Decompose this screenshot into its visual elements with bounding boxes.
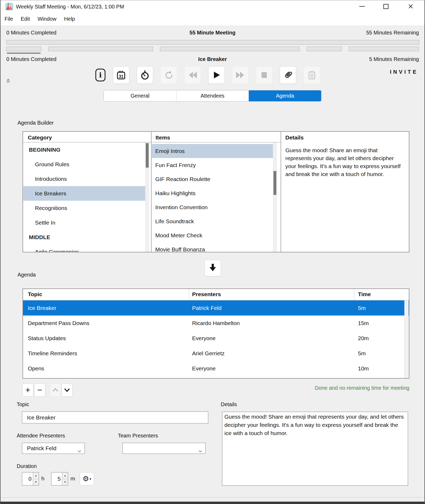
calendar-button[interactable]: 31: [113, 66, 129, 84]
table-cell: 10m: [358, 361, 369, 376]
attendee-presenters-label: Attendee Presenters: [17, 433, 65, 439]
category-scrollbar-thumb[interactable]: [146, 143, 149, 168]
menu-file[interactable]: File: [5, 16, 13, 22]
move-row-up-button[interactable]: [50, 383, 61, 397]
collapse-panel-icon[interactable]: [6, 78, 10, 83]
agenda-builder-label: Agenda Builder: [17, 120, 54, 126]
attendee-presenters-select[interactable]: Patrick Feld: [22, 443, 85, 454]
fast-forward-icon: [236, 71, 245, 79]
category-item[interactable]: Recognitions: [23, 201, 145, 215]
category-item[interactable]: Ground Rules: [23, 157, 145, 172]
time-column-header: Time: [358, 291, 371, 297]
agenda-table-scrollbar[interactable]: [404, 300, 409, 378]
fast-forward-button[interactable]: [232, 66, 249, 84]
table-cell: Opens: [28, 361, 44, 376]
table-cell: Everyone: [192, 361, 216, 376]
add-to-agenda-button[interactable]: [205, 260, 221, 276]
items-list-item[interactable]: GIF Reaction Roulette: [151, 172, 273, 186]
attendee-presenters-value: Patrick Feld: [27, 445, 56, 452]
items-list: Emoji IntrosFun Fact FrenzyGIF Reaction …: [151, 142, 273, 252]
caret-down-icon: ▾: [90, 477, 91, 481]
items-list-item[interactable]: Movie Buff Bonanza: [151, 242, 273, 252]
details-textarea[interactable]: Guess the mood! Share an emoji that repr…: [222, 412, 408, 486]
hours-down-icon[interactable]: ▼: [33, 479, 39, 485]
item-remaining-label: 5 Minutes Remaining: [369, 56, 419, 63]
notes-button[interactable]: [304, 66, 320, 84]
table-cell: Timeline Reminders: [28, 346, 77, 361]
stop-icon: [260, 71, 268, 79]
minutes-down-icon[interactable]: ▼: [62, 479, 68, 485]
items-scrollbar-thumb[interactable]: [273, 171, 276, 195]
hours-unit-label: h: [41, 475, 45, 482]
menu-bar: FileEditWindowHelp: [0, 12, 425, 25]
table-row[interactable]: Ice BreakerPatrick Feld5m: [23, 300, 409, 315]
menu-window[interactable]: Window: [38, 16, 56, 22]
maximize-icon[interactable]: [380, 0, 391, 12]
info-button[interactable]: i: [95, 67, 105, 84]
gear-icon: ⚙: [83, 475, 89, 483]
tab-agenda[interactable]: Agenda: [249, 90, 321, 101]
add-row-button[interactable]: +: [22, 383, 33, 397]
invite-button[interactable]: INVITE: [390, 69, 418, 75]
minutes-up-icon[interactable]: ▲: [62, 472, 68, 479]
category-item[interactable]: MIDDLE: [23, 230, 145, 244]
category-list: BEGINNINGGround RulesIntroductionsIce Br…: [23, 142, 145, 252]
items-list-item[interactable]: Emoji Intros: [151, 144, 273, 158]
minutes-unit-label: m: [70, 475, 75, 482]
hours-up-icon[interactable]: ▲: [33, 472, 39, 479]
category-item[interactable]: Agile Ceremonies: [23, 244, 145, 252]
table-row[interactable]: Department Pass DownsRicardo Hambelton15…: [23, 315, 409, 331]
playback-toolbar: i31: [95, 66, 320, 84]
topic-input[interactable]: [22, 411, 208, 423]
minutes-stepper[interactable]: 5 ▲▼: [51, 472, 68, 485]
table-cell: Status Updates: [28, 331, 66, 346]
items-list-item[interactable]: Haiku Highlights: [151, 186, 273, 200]
close-icon[interactable]: [405, 0, 416, 12]
stop-button[interactable]: [256, 66, 272, 84]
stopwatch-button[interactable]: [137, 66, 153, 84]
meeting-remaining-label: 55 Minutes Remaining: [366, 29, 419, 36]
category-item[interactable]: Ice Breakers: [23, 186, 145, 201]
agenda-segment-bars: [6, 47, 419, 51]
category-item[interactable]: Settle In: [23, 215, 145, 230]
agenda-section-label: Agenda: [17, 272, 36, 278]
agenda-segment: [6, 47, 41, 51]
move-row-down-button[interactable]: [61, 383, 73, 397]
minimize-icon[interactable]: [357, 0, 367, 12]
table-cell: Ricardo Hambelton: [192, 315, 240, 331]
category-scrollbar[interactable]: [145, 142, 149, 252]
stopwatch-icon: [140, 70, 150, 80]
menu-help[interactable]: Help: [64, 16, 75, 22]
presenters-column-header: Presenters: [192, 291, 221, 297]
table-cell: 5m: [358, 300, 366, 315]
duration-options-button[interactable]: ⚙ ▾: [80, 472, 94, 485]
category-item[interactable]: BEGINNING: [23, 142, 145, 157]
table-row[interactable]: Timeline RemindersAriel Gerrietz5m: [23, 346, 409, 361]
tab-attendees[interactable]: Attendees: [176, 90, 249, 101]
category-item[interactable]: Introductions: [23, 172, 145, 186]
team-presenters-select[interactable]: [122, 443, 206, 454]
table-row[interactable]: OpensEveryone10m: [23, 361, 409, 376]
hours-stepper[interactable]: 0 ▲▼: [22, 472, 39, 485]
attachment-button[interactable]: [280, 66, 296, 84]
items-list-item[interactable]: Invention Convention: [151, 200, 273, 214]
items-list-item[interactable]: Fun Fact Frenzy: [151, 158, 273, 172]
items-list-item[interactable]: Life Soundtrack: [151, 214, 273, 228]
agenda-segment: [307, 47, 342, 51]
menu-edit[interactable]: Edit: [21, 16, 30, 22]
table-cell: 5m: [358, 346, 366, 361]
play-button[interactable]: [208, 66, 225, 84]
svg-text:31: 31: [119, 74, 123, 79]
reset-button[interactable]: [161, 66, 177, 84]
rewind-button[interactable]: [184, 66, 201, 84]
tab-general[interactable]: General: [104, 90, 176, 101]
items-list-item[interactable]: Mood Meter Check: [151, 228, 273, 242]
table-row[interactable]: Status UpdatesEveryone20m: [23, 331, 409, 346]
duration-label: Duration: [17, 463, 37, 469]
agenda-table-header: Topic Presenters Time: [23, 289, 409, 300]
items-scrollbar[interactable]: [273, 142, 277, 252]
table-cell: Ariel Gerrietz: [192, 346, 225, 361]
chevron-down-icon: [78, 448, 81, 454]
remove-row-button[interactable]: −: [34, 383, 45, 397]
item-details-text: Guess the mood! Share an emoji that repr…: [285, 146, 403, 178]
